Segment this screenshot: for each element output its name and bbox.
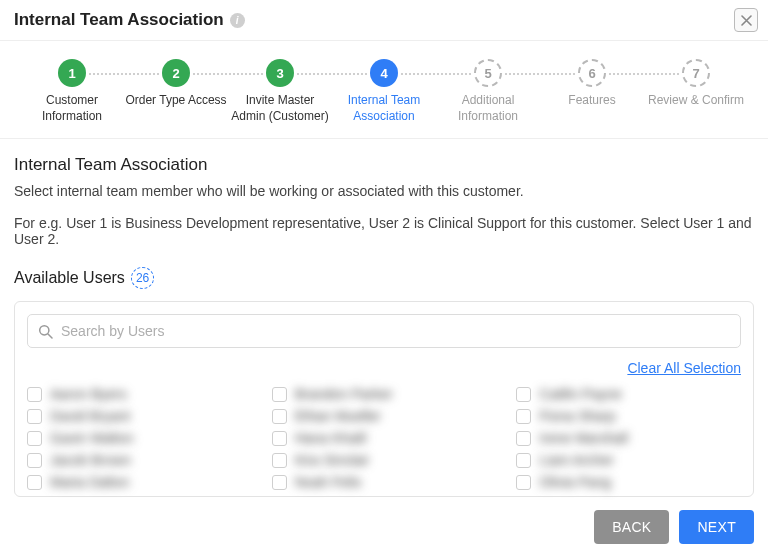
user-name: Ethan Mueller: [295, 408, 381, 424]
user-item: Noah Felix: [272, 474, 497, 490]
step-label: Internal Team Association: [332, 93, 436, 124]
user-item: Ethan Mueller: [272, 408, 497, 424]
available-users-count: 26: [131, 267, 154, 289]
user-item: Jacob Brown: [27, 452, 252, 468]
search-icon: [38, 324, 53, 339]
modal-header: Internal Team Association i: [0, 0, 768, 41]
footer: BACK NEXT: [0, 500, 768, 554]
next-button[interactable]: NEXT: [679, 510, 754, 544]
user-item: David Bryant: [27, 408, 252, 424]
step-label: Invite Master Admin (Customer): [228, 93, 332, 124]
clear-all-link[interactable]: Clear All Selection: [627, 360, 741, 376]
section-description: Select internal team member who will be …: [14, 183, 754, 199]
user-checkbox[interactable]: [272, 453, 287, 468]
back-button[interactable]: BACK: [594, 510, 669, 544]
user-item: Irene Marshall: [516, 430, 741, 446]
close-icon: [741, 15, 752, 26]
user-item: Brandon Parker: [272, 386, 497, 402]
user-checkbox[interactable]: [27, 475, 42, 490]
user-name: Olivia Pang: [539, 474, 611, 490]
user-name: Fiona Sharp: [539, 408, 615, 424]
user-checkbox[interactable]: [27, 409, 42, 424]
user-name: Liam Archer: [539, 452, 614, 468]
step-circle: 5: [474, 59, 502, 87]
step-label: Customer Information: [20, 93, 124, 124]
step-3[interactable]: 3Invite Master Admin (Customer): [228, 59, 332, 124]
user-checkbox[interactable]: [272, 431, 287, 446]
step-2[interactable]: 2Order Type Access: [124, 59, 228, 124]
available-users-label: Available Users: [14, 269, 125, 287]
user-item: Maria Dalton: [27, 474, 252, 490]
user-checkbox[interactable]: [272, 475, 287, 490]
user-name: Brandon Parker: [295, 386, 393, 402]
step-6[interactable]: 6Features: [540, 59, 644, 124]
step-circle: 7: [682, 59, 710, 87]
close-button[interactable]: [734, 8, 758, 32]
stepper: 1Customer Information2Order Type Access3…: [0, 41, 768, 139]
section-example: For e.g. User 1 is Business Development …: [14, 215, 754, 247]
step-7[interactable]: 7Review & Confirm: [644, 59, 748, 124]
step-circle: 3: [266, 59, 294, 87]
user-item: Aaron Byers: [27, 386, 252, 402]
step-5[interactable]: 5Additional Information: [436, 59, 540, 124]
user-item: Olivia Pang: [516, 474, 741, 490]
step-label: Review & Confirm: [648, 93, 744, 109]
modal-title: Internal Team Association: [14, 10, 224, 30]
user-name: Caitlin Payne: [539, 386, 622, 402]
step-circle: 2: [162, 59, 190, 87]
user-checkbox[interactable]: [516, 453, 531, 468]
user-name: Hana Khalil: [295, 430, 367, 446]
user-name: Jacob Brown: [50, 452, 131, 468]
user-item: Kira Sinclair: [272, 452, 497, 468]
user-grid: Aaron ByersBrandon ParkerCaitlin PayneDa…: [27, 386, 741, 490]
available-users-card: Clear All Selection Aaron ByersBrandon P…: [14, 301, 754, 497]
user-checkbox[interactable]: [516, 409, 531, 424]
user-checkbox[interactable]: [27, 387, 42, 402]
content-scroll[interactable]: 1Customer Information2Order Type Access3…: [0, 41, 768, 500]
step-label: Order Type Access: [125, 93, 226, 109]
step-circle: 6: [578, 59, 606, 87]
section-title: Internal Team Association: [14, 155, 754, 175]
search-input[interactable]: [61, 323, 730, 339]
step-circle: 4: [370, 59, 398, 87]
user-checkbox[interactable]: [272, 409, 287, 424]
user-name: Maria Dalton: [50, 474, 129, 490]
step-label: Additional Information: [436, 93, 540, 124]
user-item: Liam Archer: [516, 452, 741, 468]
user-name: Kira Sinclair: [295, 452, 370, 468]
user-checkbox[interactable]: [516, 431, 531, 446]
user-name: David Bryant: [50, 408, 130, 424]
user-name: Aaron Byers: [50, 386, 127, 402]
step-4[interactable]: 4Internal Team Association: [332, 59, 436, 124]
svg-line-1: [48, 334, 52, 338]
info-icon[interactable]: i: [230, 13, 245, 28]
step-circle: 1: [58, 59, 86, 87]
step-label: Features: [568, 93, 615, 109]
user-checkbox[interactable]: [27, 431, 42, 446]
user-checkbox[interactable]: [272, 387, 287, 402]
user-item: Caitlin Payne: [516, 386, 741, 402]
user-item: Hana Khalil: [272, 430, 497, 446]
user-checkbox[interactable]: [516, 387, 531, 402]
user-item: Fiona Sharp: [516, 408, 741, 424]
user-name: Irene Marshall: [539, 430, 628, 446]
user-item: Gavin Walton: [27, 430, 252, 446]
step-1[interactable]: 1Customer Information: [20, 59, 124, 124]
user-name: Gavin Walton: [50, 430, 134, 446]
search-wrapper: [27, 314, 741, 348]
user-name: Noah Felix: [295, 474, 362, 490]
user-checkbox[interactable]: [516, 475, 531, 490]
user-checkbox[interactable]: [27, 453, 42, 468]
